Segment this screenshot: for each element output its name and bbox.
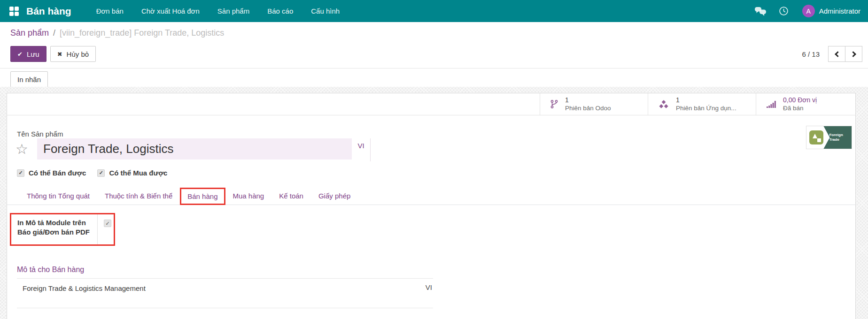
app-name[interactable]: Bán hàng (26, 6, 71, 17)
topbar-right: A Administrator (749, 5, 860, 17)
stat-button-app-versions[interactable]: 1 Phiên bản Ứng dụn... (648, 93, 756, 115)
can-be-sold-label: Có thể Bán được (29, 169, 86, 177)
label-line-1: In Mô tả Module trên (17, 218, 97, 228)
apps-grid-square (15, 7, 19, 11)
stat-value: 1 (565, 96, 611, 104)
menu-item-orders[interactable]: Đơn bán (87, 0, 132, 22)
stat-label: Phiên bản Ứng dụn... (676, 104, 736, 113)
product-image-banner: Foreign Trade (823, 126, 852, 149)
pager-next-icon (850, 51, 856, 57)
messages-icon[interactable] (749, 7, 773, 16)
stat-button-sold-units[interactable]: 0,00 Đơn vị Đã bán (756, 93, 855, 115)
stat-text: 1 Phiên bản Odoo (565, 96, 611, 113)
breadcrumb-current: [viin_foreign_trade] Foreign Trade, Logi… (60, 28, 224, 38)
product-name-input[interactable]: Foreign Trade, Logistics (37, 138, 352, 160)
apps-grid-square (15, 12, 19, 16)
print-module-description-checkbox[interactable]: ✓ (104, 220, 111, 227)
stat-button-odoo-versions[interactable]: 1 Phiên bản Odoo (540, 93, 648, 115)
product-image-logo (809, 130, 823, 144)
check-icon: ✔ (17, 51, 23, 58)
sales-description-section-title: Mô tả cho Bán hàng (17, 266, 433, 279)
print-label-button-label: In nhãn (17, 76, 41, 84)
annotation-box-print-module-description: In Mô tả Module trên Báo giá/Đơn bán PDF… (10, 213, 115, 246)
print-module-description-cell: ✓ (98, 214, 111, 244)
stat-value: 0,00 Đơn vị (783, 96, 817, 104)
top-navbar: Bán hàng Đơn bán Chờ xuất Hoá đơn Sản ph… (0, 0, 868, 22)
tab-license[interactable]: Giấy phép (311, 188, 358, 204)
form-sheet: 1 Phiên bản Odoo 1 Phiên bản Ứng dụn... (7, 93, 856, 319)
stat-label: Phiên bản Odoo (565, 104, 611, 113)
sales-description-text[interactable]: Foreign Trade & Logistics Management (23, 284, 146, 292)
menu-item-reports[interactable]: Báo cáo (258, 0, 302, 22)
logo-triangle (813, 134, 817, 138)
cubes-icon (659, 100, 669, 108)
pager-next-button[interactable] (845, 46, 862, 62)
code-branch-icon (550, 99, 558, 109)
label-line-2: Báo giá/Đơn bán PDF (17, 228, 97, 237)
favorite-icon[interactable]: ☆ (16, 138, 28, 160)
pager-previous-button[interactable] (828, 46, 845, 62)
menu-item-products[interactable]: Sản phẩm (209, 0, 258, 22)
discard-button-label: Hủy bỏ (67, 50, 89, 58)
apps-grid-square (9, 12, 14, 16)
apps-menu-icon[interactable] (9, 7, 19, 16)
tab-general-information[interactable]: Thông tin Tổng quát (19, 188, 97, 204)
form-buttons: ✔ Lưu ✖ Hủy bỏ (10, 46, 96, 62)
stat-text: 0,00 Đơn vị Đã bán (783, 96, 817, 113)
avatar[interactable]: A (802, 5, 815, 17)
can-be-purchased-field: ✓ Có thể Mua được (97, 169, 167, 177)
can-be-sold-checkbox[interactable]: ✓ (17, 169, 24, 177)
save-button[interactable]: ✔ Lưu (10, 46, 46, 62)
discard-button[interactable]: ✖ Hủy bỏ (50, 46, 96, 62)
breadcrumb-separator: / (53, 28, 55, 38)
product-image-text: Foreign Trade (829, 133, 852, 142)
flags-row: ✓ Có thể Bán được ✓ Có thể Mua được (17, 169, 167, 177)
can-be-purchased-label: Có thể Mua được (109, 169, 167, 177)
stat-value: 1 (676, 96, 736, 104)
pager: 6 / 13 (802, 46, 862, 62)
can-be-sold-field: ✓ Có thể Bán được (17, 169, 86, 177)
pager-previous-icon (835, 51, 841, 57)
x-icon: ✖ (57, 51, 62, 58)
sheet-body: Foreign Trade Tên Sản phẩm ☆ Foreign Tra… (7, 115, 855, 319)
print-label-button[interactable]: In nhãn (10, 71, 48, 87)
apps-grid-square (9, 7, 14, 11)
breadcrumb-parent[interactable]: Sản phẩm (10, 28, 49, 38)
logo-dot (817, 138, 821, 142)
description-translation-badge[interactable]: VI (426, 283, 432, 291)
menu-item-to-invoice[interactable]: Chờ xuất Hoá đơn (132, 0, 209, 22)
menu-item-configuration[interactable]: Cấu hình (302, 0, 349, 22)
save-button-label: Lưu (27, 50, 39, 58)
control-panel-divider (0, 68, 868, 68)
print-module-description-label: In Mô tả Module trên Báo giá/Đơn bán PDF (11, 214, 97, 244)
notebook-tabs: Thông tin Tổng quát Thuộc tính & Biến th… (7, 187, 855, 205)
tab-purchase[interactable]: Mua hàng (225, 188, 272, 204)
pager-value: 6 / 13 (802, 50, 820, 58)
user-menu[interactable]: Administrator (819, 7, 860, 15)
stat-text: 1 Phiên bản Ứng dụn... (676, 96, 736, 113)
form-view-background: 1 Phiên bản Odoo 1 Phiên bản Ứng dụn... (0, 87, 868, 319)
can-be-purchased-checkbox[interactable]: ✓ (97, 169, 105, 177)
product-name-label: Tên Sản phẩm (17, 130, 63, 138)
description-bottom-divider (17, 308, 433, 308)
breadcrumb: Sản phẩm/[viin_foreign_trade] Foreign Tr… (10, 28, 224, 38)
sales-description-row[interactable]: Foreign Trade & Logistics Management VI (17, 283, 433, 302)
tab-sales-active-annotated[interactable]: Bán hàng (180, 188, 225, 205)
control-panel: Sản phẩm/[viin_foreign_trade] Foreign Tr… (0, 22, 868, 87)
pager-buttons (828, 46, 862, 62)
product-image[interactable]: Foreign Trade (806, 126, 852, 149)
ascending-bars-icon (767, 100, 776, 108)
tab-attributes-variants[interactable]: Thuộc tính & Biến thể (97, 188, 180, 204)
name-translation-badge[interactable]: VI (352, 138, 371, 161)
activities-icon[interactable] (773, 6, 795, 16)
stat-label: Đã bán (783, 104, 817, 113)
stat-button-bar: 1 Phiên bản Odoo 1 Phiên bản Ứng dụn... (7, 93, 855, 115)
main-menu: Đơn bán Chờ xuất Hoá đơn Sản phẩm Báo cá… (87, 0, 349, 22)
tab-accounting[interactable]: Kế toán (271, 188, 311, 204)
screen: Bán hàng Đơn bán Chờ xuất Hoá đơn Sản ph… (0, 0, 868, 319)
